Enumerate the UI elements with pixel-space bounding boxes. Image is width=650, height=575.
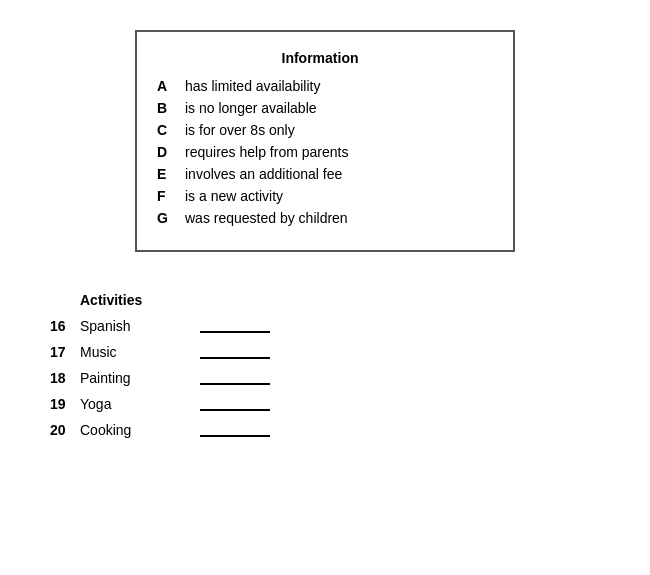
activity-row-19: 19 Yoga (50, 396, 430, 412)
info-letter-a: A (157, 78, 185, 94)
info-box-title: Information (157, 50, 483, 66)
activity-number-19: 19 (50, 396, 80, 412)
info-desc-g: was requested by children (185, 210, 348, 226)
activity-row-20: 20 Cooking (50, 422, 430, 438)
activities-section: Activities 16 Spanish 17 Music 18 Painti… (50, 292, 430, 448)
info-desc-b: is no longer available (185, 100, 317, 116)
activity-row-16: 16 Spanish (50, 318, 430, 334)
info-row-g: G was requested by children (157, 210, 483, 226)
activity-row-18: 18 Painting (50, 370, 430, 386)
info-letter-e: E (157, 166, 185, 182)
activity-name-music: Music (80, 344, 200, 360)
activity-row-17: 17 Music (50, 344, 430, 360)
answer-line-18[interactable] (200, 371, 270, 385)
info-letter-f: F (157, 188, 185, 204)
info-row-e: E involves an additional fee (157, 166, 483, 182)
info-letter-g: G (157, 210, 185, 226)
info-letter-d: D (157, 144, 185, 160)
answer-line-19[interactable] (200, 397, 270, 411)
activity-number-18: 18 (50, 370, 80, 386)
activities-column-header: Activities (80, 292, 200, 308)
activity-number-16: 16 (50, 318, 80, 334)
info-row-c: C is for over 8s only (157, 122, 483, 138)
activity-name-yoga: Yoga (80, 396, 200, 412)
info-row-a: A has limited availability (157, 78, 483, 94)
info-letter-b: B (157, 100, 185, 116)
info-desc-f: is a new activity (185, 188, 283, 204)
info-desc-a: has limited availability (185, 78, 320, 94)
answer-line-17[interactable] (200, 345, 270, 359)
activity-name-painting: Painting (80, 370, 200, 386)
activity-name-cooking: Cooking (80, 422, 200, 438)
info-row-f: F is a new activity (157, 188, 483, 204)
info-row-b: B is no longer available (157, 100, 483, 116)
header-num-col (50, 292, 80, 308)
info-desc-d: requires help from parents (185, 144, 348, 160)
information-box: Information A has limited availability B… (135, 30, 515, 252)
info-row-d: D requires help from parents (157, 144, 483, 160)
activity-number-20: 20 (50, 422, 80, 438)
answer-line-16[interactable] (200, 319, 270, 333)
activities-header: Activities (50, 292, 430, 308)
info-desc-e: involves an additional fee (185, 166, 342, 182)
activity-name-spanish: Spanish (80, 318, 200, 334)
answer-line-20[interactable] (200, 423, 270, 437)
info-desc-c: is for over 8s only (185, 122, 295, 138)
activity-number-17: 17 (50, 344, 80, 360)
info-letter-c: C (157, 122, 185, 138)
